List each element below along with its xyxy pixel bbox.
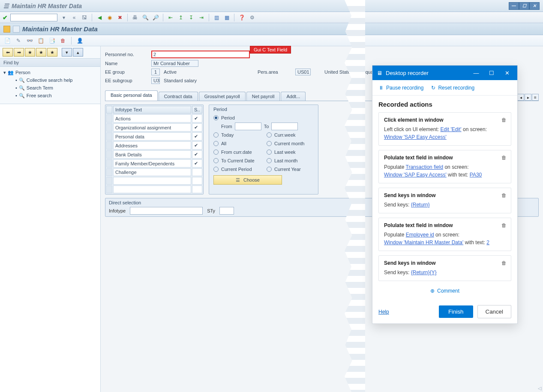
title-bar: ☰ Maintain HR Master Data — ☐ ✕ — [0, 0, 543, 12]
settings-icon[interactable]: ⚙ — [248, 14, 256, 21]
close-button[interactable]: ✕ — [529, 2, 540, 10]
edit-icon[interactable]: ✎ — [15, 37, 22, 45]
radio-tocurr[interactable] — [213, 158, 219, 163]
minimize-button[interactable]: — — [509, 2, 519, 10]
print-icon[interactable]: 🖶 — [131, 14, 139, 21]
table-row[interactable]: Personal data✔ — [106, 132, 202, 141]
personnel-no-input[interactable] — [151, 51, 250, 58]
radio-all[interactable] — [213, 141, 219, 146]
prev-page-icon[interactable]: ↥ — [177, 14, 185, 21]
radio-lastweek[interactable] — [267, 150, 272, 155]
action-card[interactable]: 🗑 Send keys in window Send keys: {Return… — [378, 188, 511, 213]
action-card[interactable]: 🗑 Send keys in window Send keys: {Return… — [378, 255, 511, 281]
tree-item-free-search[interactable]: •🔍Free search — [3, 92, 97, 99]
recorder-minimize-button[interactable]: — — [470, 67, 482, 79]
radio-currmonth[interactable] — [267, 141, 272, 146]
tab-contract-data[interactable]: Contract data — [159, 92, 198, 101]
radio-lastmonth[interactable] — [267, 158, 272, 163]
to-input[interactable] — [271, 123, 298, 130]
table-row[interactable]: Organizational assignment✔ — [106, 123, 202, 132]
action-card[interactable]: 🗑 Polulate text field in window Populate… — [378, 150, 511, 183]
new-session-icon[interactable]: ▥ — [213, 14, 220, 21]
table-row[interactable]: Actions✔ — [106, 114, 202, 123]
help-icon[interactable]: ❓ — [238, 14, 246, 21]
trash-icon[interactable]: 🗑 — [501, 192, 507, 198]
trash-icon[interactable]: 🗑 — [501, 260, 507, 266]
sty-input[interactable] — [219, 207, 234, 215]
table-row[interactable] — [106, 186, 202, 193]
radio-curryear[interactable] — [267, 167, 272, 172]
finish-button[interactable]: Finish — [439, 305, 473, 318]
object-tree: ▾👥Person •🔍Collective search help •🔍Sear… — [0, 67, 100, 101]
back-icon[interactable]: ◀ — [96, 14, 103, 21]
tab-scroll-left-icon[interactable]: ◂ — [517, 94, 524, 101]
radio-today[interactable] — [213, 132, 219, 138]
help-link[interactable]: Help — [378, 309, 389, 315]
tree-item-collective-search[interactable]: •🔍Collective search help — [3, 76, 97, 84]
history-back-icon[interactable]: « — [70, 14, 78, 21]
action-card[interactable]: 🗑 Click element in window Left click on … — [378, 112, 511, 146]
personnel-no-label: Personnel no. — [105, 52, 148, 57]
trash-icon[interactable]: 🗑 — [501, 222, 507, 228]
last-page-icon[interactable]: ⇥ — [198, 14, 205, 21]
delimit-icon[interactable]: 📑 — [48, 37, 56, 45]
tab-net-payroll[interactable]: Net payroll — [246, 92, 280, 101]
action-card[interactable]: 🗑 Polulate text field in window Populate… — [378, 218, 511, 251]
tab-list-icon[interactable]: ≡ — [532, 94, 539, 101]
exit-icon[interactable]: ◉ — [106, 14, 114, 21]
copy-icon[interactable]: 📋 — [37, 37, 45, 45]
find-icon[interactable]: 🔍 — [141, 14, 149, 21]
pause-recording-button[interactable]: ⏸Pause recording — [378, 85, 423, 91]
cancel-icon[interactable]: ✖ — [116, 14, 124, 21]
dropdown-icon[interactable]: ▾ — [60, 14, 68, 21]
display-icon[interactable]: 👓 — [26, 37, 33, 45]
recorder-maximize-button[interactable]: ☐ — [486, 67, 498, 79]
cancel-button[interactable]: Cancel — [477, 305, 512, 318]
maximize-button[interactable]: ☐ — [519, 2, 529, 10]
overview-icon[interactable]: 👤 — [76, 37, 84, 45]
radio-currperiod[interactable] — [213, 167, 219, 172]
tree-root-person[interactable]: ▾👥Person — [3, 69, 97, 76]
delete-icon[interactable]: 🗑 — [59, 37, 67, 45]
table-row[interactable]: Challenge — [106, 168, 202, 176]
radio-fromcurr[interactable] — [213, 150, 219, 155]
first-page-icon[interactable]: ⇤ — [167, 14, 174, 21]
from-input[interactable] — [235, 123, 261, 130]
radio-currweek[interactable] — [267, 132, 272, 138]
nav-forward-button[interactable]: ➡ — [14, 48, 24, 57]
table-row[interactable]: Bank Details✔ — [106, 150, 202, 159]
from-label: From — [221, 124, 232, 129]
add-comment-button[interactable]: ⊕Comment — [378, 285, 511, 296]
radio-period[interactable] — [213, 115, 219, 120]
nav-down-button[interactable]: ▾ — [62, 48, 72, 57]
tree-item-search-term[interactable]: •🔍Search Term — [3, 84, 97, 92]
resize-grip-icon[interactable]: ◁ — [538, 386, 541, 391]
nav-up-button[interactable]: ▴ — [73, 48, 83, 57]
trash-icon[interactable]: 🗑 — [501, 155, 507, 161]
tab-additional[interactable]: Addt... — [281, 92, 306, 101]
trash-icon[interactable]: 🗑 — [501, 117, 507, 123]
nav-fav2-button[interactable]: ★ — [36, 48, 46, 57]
save-icon[interactable]: 🖫 — [81, 14, 88, 21]
ok-icon[interactable]: ✔ — [3, 14, 8, 21]
next-page-icon[interactable]: ↧ — [187, 14, 195, 21]
choose-button[interactable]: ☰Choose — [213, 175, 282, 185]
reset-recording-button[interactable]: ↻Reset recording — [431, 85, 474, 91]
nav-fav1-button[interactable]: ★ — [25, 48, 35, 57]
layout-icon[interactable]: ▦ — [223, 14, 231, 21]
table-row[interactable] — [106, 177, 202, 185]
nav-fav3-button[interactable]: ★ — [47, 48, 57, 57]
tab-scroll-right-icon[interactable]: ▸ — [525, 94, 531, 101]
table-row[interactable]: Addresses✔ — [106, 141, 202, 150]
find-next-icon[interactable]: 🔎 — [152, 14, 159, 21]
table-row[interactable]: Family Member/Dependents✔ — [106, 159, 202, 168]
menu-icon[interactable]: ☰ — [3, 3, 9, 9]
tab-gross-net-payroll[interactable]: Gross/net payroll — [199, 92, 246, 101]
recorder-close-button[interactable]: ✕ — [501, 67, 513, 79]
create-icon[interactable]: 📄 — [3, 37, 11, 45]
tab-basic-personal-data[interactable]: Basic personal data — [105, 90, 158, 101]
command-field[interactable] — [10, 14, 57, 21]
infotype-input[interactable] — [130, 207, 203, 215]
subtitle-bar: Maintain HR Master Data — [0, 23, 543, 35]
nav-back-button[interactable]: ⬅ — [3, 48, 13, 57]
